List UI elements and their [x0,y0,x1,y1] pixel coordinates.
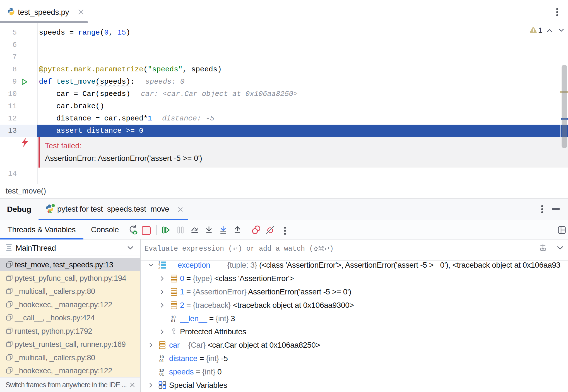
svg-text:01: 01 [159,372,164,376]
svg-text:01: 01 [171,318,176,323]
svg-text:3: 3 [158,266,160,269]
svg-text:01: 01 [159,358,164,363]
